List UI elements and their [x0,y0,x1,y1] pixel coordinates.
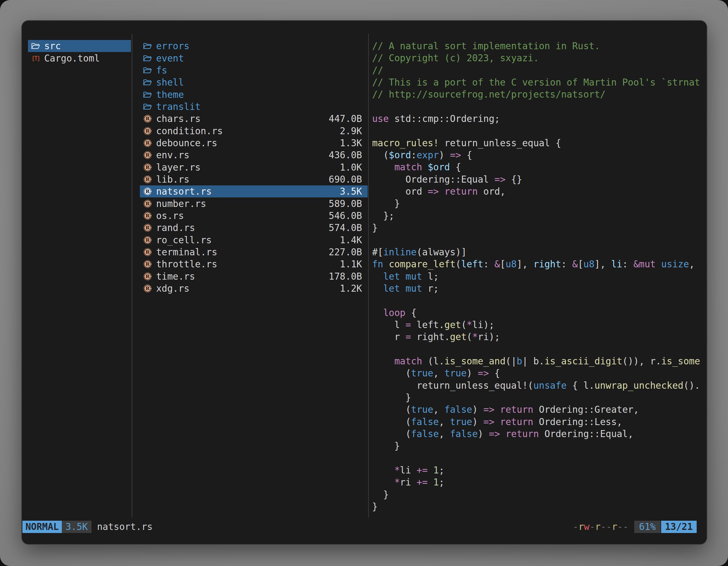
rust-icon: R [142,259,153,270]
file-row[interactable]: R natsort.rs 3.5K [140,186,368,198]
file-row[interactable]: R time.rs 178.0B [140,271,368,283]
code-line: } [372,222,706,234]
file-name: debounce.rs [156,138,335,149]
code-line: match (l.is_some_and(|b| b.is_ascii_digi… [372,355,706,367]
file-row[interactable]: R os.rs 546.0B [140,210,368,222]
file-size: 589.0B [329,198,362,209]
rust-icon: R [142,162,153,173]
folder-open-icon [142,77,153,88]
file-row[interactable]: R chars.rs 447.0B [140,113,368,125]
file-row[interactable]: theme [140,88,368,100]
code-line [372,343,706,355]
file-name: theme [156,89,358,100]
code-line: // Copyright (c) 2023, sxyazi. [372,52,706,64]
file-name: throttle.rs [156,259,335,270]
file-row[interactable]: R env.rs 436.0B [140,149,368,161]
file-size: 546.0B [329,210,362,221]
file-row[interactable]: R rand.rs 574.0B [140,222,368,234]
file-name: shell [156,77,358,88]
file-size: 227.0B [329,247,362,258]
folder-open-icon [142,101,153,112]
rust-icon: R [142,235,153,245]
file-name: chars.rs [156,113,324,124]
folder-open-icon [142,65,153,76]
file-row[interactable]: R condition.rs 2.9K [140,125,368,137]
file-row[interactable]: src [28,40,131,52]
file-size: 447.0B [329,113,362,124]
code-line: #[inline(always)] [372,246,706,258]
file-size: 436.0B [329,150,362,161]
current-pane: errors event fs shell theme translit R c… [140,40,368,294]
rust-icon: R [142,247,153,258]
file-name: layer.rs [156,162,335,173]
rust-icon: R [142,210,153,221]
file-row[interactable]: R throttle.rs 1.1K [140,258,368,270]
mode-badge: NORMAL [22,521,62,533]
file-size: 574.0B [329,222,362,233]
file-row[interactable]: R terminal.rs 227.0B [140,246,368,258]
file-size-chip: 3.5K [62,521,91,533]
file-row[interactable]: fs [140,64,368,76]
file-row[interactable]: R debounce.rs 1.3K [140,137,368,149]
rust-icon: R [142,174,153,185]
code-line: ord => return ord, [372,186,706,198]
svg-text:R: R [145,285,150,291]
file-row[interactable]: errors [140,40,368,52]
code-line: *li += 1; [372,464,706,476]
code-line: match $ord { [372,161,706,173]
file-name: number.rs [156,198,324,209]
file-row[interactable]: R layer.rs 1.0K [140,161,368,173]
code-line: *ri += 1; [372,476,706,488]
file-row[interactable]: event [140,52,368,64]
file-name: lib.rs [156,174,324,185]
file-row[interactable]: translit [140,101,368,113]
file-name: natsort.rs [156,186,335,197]
code-line: } [372,501,706,513]
code-line: (false, false) => return Ordering::Equal… [372,428,706,440]
code-line: Ordering::Equal => {} [372,173,706,186]
file-row[interactable]: R xdg.rs 1.2K [140,283,368,294]
code-line: loop { [372,307,706,319]
file-row[interactable]: R lib.rs 690.0B [140,173,368,186]
file-size: 1.2K [340,283,362,294]
rust-icon: R [142,271,153,282]
code-line: macro_rules! return_unless_equal { [372,137,706,149]
folder-open-icon [30,41,41,51]
rust-icon: R [142,150,153,161]
code-line: let mut r; [372,283,706,294]
svg-text:R: R [145,116,150,122]
rust-icon: R [142,198,153,209]
file-name: terminal.rs [156,247,324,258]
svg-text:[T]: [T] [31,55,39,62]
file-size: 2.9K [340,126,362,137]
file-size: 1.0K [340,162,362,173]
code-line: // [372,64,706,76]
code-line [372,294,706,306]
file-name: rand.rs [156,222,324,233]
file-row[interactable]: shell [140,76,368,88]
code-line: } [372,440,706,452]
scroll-percent: 61% [634,521,661,533]
code-line: l = left.get(*li); [372,319,706,331]
file-name: errors [156,41,358,51]
file-row[interactable]: R number.rs 589.0B [140,198,368,210]
svg-text:R: R [145,249,150,255]
folder-open-icon [142,89,153,100]
code-line: return_unless_equal!(unsafe { l.unwrap_u… [372,379,706,391]
code-line: }; [372,210,706,222]
file-row[interactable]: [T] Cargo.toml [28,52,131,64]
file-row[interactable]: R ro_cell.rs 1.4K [140,234,368,246]
file-name: ro_cell.rs [156,235,335,246]
preview-pane: // A natural sort implementation in Rust… [372,40,706,516]
code-line [372,125,706,137]
permissions-text: -rw-r--r-- [573,521,628,533]
rust-icon: R [142,114,153,124]
svg-text:R: R [145,165,150,170]
rust-icon: R [142,283,153,294]
status-filename: natsort.rs [97,521,153,533]
svg-text:R: R [145,152,150,158]
svg-text:R: R [145,177,150,182]
code-line: } [372,488,706,501]
file-name: translit [156,101,358,112]
svg-text:R: R [145,274,150,279]
